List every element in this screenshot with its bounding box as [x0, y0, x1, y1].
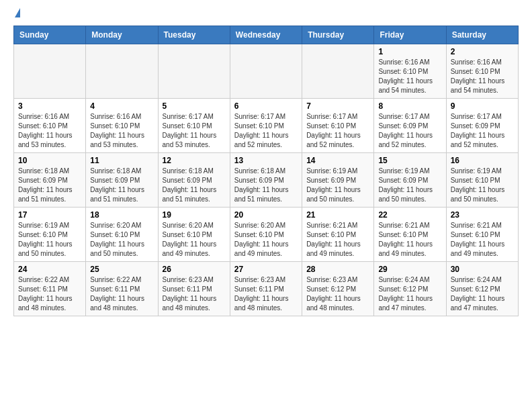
day-info: Sunrise: 6:19 AM Sunset: 6:10 PM Dayligh…	[451, 167, 514, 204]
day-info: Sunrise: 6:21 AM Sunset: 6:10 PM Dayligh…	[378, 221, 441, 259]
day-number: 30	[451, 265, 514, 274]
day-cell: 8Sunrise: 6:17 AM Sunset: 6:09 PM Daylig…	[374, 99, 446, 153]
day-cell: 28Sunrise: 6:23 AM Sunset: 6:12 PM Dayli…	[302, 262, 374, 316]
week-row-3: 17Sunrise: 6:19 AM Sunset: 6:10 PM Dayli…	[14, 208, 519, 262]
day-info: Sunrise: 6:21 AM Sunset: 6:10 PM Dayligh…	[451, 221, 514, 259]
day-cell: 7Sunrise: 6:17 AM Sunset: 6:10 PM Daylig…	[302, 99, 374, 153]
week-row-0: 1Sunrise: 6:16 AM Sunset: 6:10 PM Daylig…	[14, 44, 519, 99]
day-cell: 19Sunrise: 6:20 AM Sunset: 6:10 PM Dayli…	[158, 208, 230, 262]
day-cell	[86, 44, 158, 99]
day-cell	[158, 44, 230, 99]
day-cell: 10Sunrise: 6:18 AM Sunset: 6:09 PM Dayli…	[14, 153, 86, 208]
day-info: Sunrise: 6:18 AM Sunset: 6:09 PM Dayligh…	[163, 167, 226, 204]
day-number: 15	[378, 156, 441, 165]
day-info: Sunrise: 6:19 AM Sunset: 6:10 PM Dayligh…	[18, 221, 81, 259]
day-cell: 21Sunrise: 6:21 AM Sunset: 6:10 PM Dayli…	[302, 208, 374, 262]
day-cell: 27Sunrise: 6:23 AM Sunset: 6:11 PM Dayli…	[230, 262, 302, 316]
day-number: 29	[378, 265, 441, 274]
day-info: Sunrise: 6:23 AM Sunset: 6:12 PM Dayligh…	[306, 275, 369, 313]
day-info: Sunrise: 6:16 AM Sunset: 6:10 PM Dayligh…	[378, 58, 441, 95]
day-number: 6	[234, 101, 298, 111]
day-cell: 26Sunrise: 6:23 AM Sunset: 6:11 PM Dayli…	[158, 262, 230, 316]
day-info: Sunrise: 6:20 AM Sunset: 6:10 PM Dayligh…	[234, 221, 298, 259]
day-number: 28	[306, 265, 369, 274]
day-number: 23	[451, 210, 514, 220]
day-info: Sunrise: 6:20 AM Sunset: 6:10 PM Dayligh…	[90, 221, 153, 259]
day-info: Sunrise: 6:16 AM Sunset: 6:10 PM Dayligh…	[18, 112, 81, 150]
day-info: Sunrise: 6:24 AM Sunset: 6:12 PM Dayligh…	[378, 275, 441, 313]
week-row-2: 10Sunrise: 6:18 AM Sunset: 6:09 PM Dayli…	[14, 153, 519, 208]
day-info: Sunrise: 6:21 AM Sunset: 6:10 PM Dayligh…	[306, 221, 369, 259]
day-number: 10	[18, 156, 81, 165]
day-info: Sunrise: 6:17 AM Sunset: 6:09 PM Dayligh…	[451, 112, 514, 150]
day-info: Sunrise: 6:16 AM Sunset: 6:10 PM Dayligh…	[90, 112, 153, 150]
day-number: 3	[18, 101, 81, 111]
day-cell: 20Sunrise: 6:20 AM Sunset: 6:10 PM Dayli…	[230, 208, 302, 262]
day-number: 24	[18, 265, 81, 274]
day-cell: 9Sunrise: 6:17 AM Sunset: 6:09 PM Daylig…	[446, 99, 518, 153]
day-info: Sunrise: 6:24 AM Sunset: 6:12 PM Dayligh…	[451, 275, 514, 313]
day-info: Sunrise: 6:22 AM Sunset: 6:11 PM Dayligh…	[18, 275, 81, 313]
day-cell	[302, 44, 374, 99]
day-cell: 29Sunrise: 6:24 AM Sunset: 6:12 PM Dayli…	[374, 262, 446, 316]
day-cell: 13Sunrise: 6:18 AM Sunset: 6:09 PM Dayli…	[230, 153, 302, 208]
day-number: 22	[378, 210, 441, 220]
day-header-monday: Monday	[86, 26, 158, 44]
day-cell: 15Sunrise: 6:19 AM Sunset: 6:09 PM Dayli…	[374, 153, 446, 208]
day-number: 5	[163, 101, 226, 111]
week-row-4: 24Sunrise: 6:22 AM Sunset: 6:11 PM Dayli…	[14, 262, 519, 316]
day-cell: 16Sunrise: 6:19 AM Sunset: 6:10 PM Dayli…	[446, 153, 518, 208]
day-cell: 22Sunrise: 6:21 AM Sunset: 6:10 PM Dayli…	[374, 208, 446, 262]
day-header-friday: Friday	[374, 26, 446, 44]
day-number: 18	[90, 210, 153, 220]
day-info: Sunrise: 6:20 AM Sunset: 6:10 PM Dayligh…	[163, 221, 226, 259]
day-info: Sunrise: 6:18 AM Sunset: 6:09 PM Dayligh…	[18, 167, 81, 204]
day-number: 9	[451, 101, 514, 111]
day-header-saturday: Saturday	[446, 26, 518, 44]
day-number: 11	[90, 156, 153, 165]
day-cell: 2Sunrise: 6:16 AM Sunset: 6:10 PM Daylig…	[446, 44, 518, 99]
day-info: Sunrise: 6:19 AM Sunset: 6:09 PM Dayligh…	[378, 167, 441, 204]
day-header-sunday: Sunday	[14, 26, 86, 44]
day-number: 20	[234, 210, 298, 220]
calendar-table: SundayMondayTuesdayWednesdayThursdayFrid…	[13, 26, 519, 316]
day-number: 19	[163, 210, 226, 220]
day-number: 1	[378, 47, 441, 56]
day-number: 12	[163, 156, 226, 165]
day-info: Sunrise: 6:17 AM Sunset: 6:10 PM Dayligh…	[234, 112, 298, 150]
day-cell: 4Sunrise: 6:16 AM Sunset: 6:10 PM Daylig…	[86, 99, 158, 153]
day-cell: 23Sunrise: 6:21 AM Sunset: 6:10 PM Dayli…	[446, 208, 518, 262]
day-info: Sunrise: 6:18 AM Sunset: 6:09 PM Dayligh…	[90, 167, 153, 204]
page-container: SundayMondayTuesdayWednesdayThursdayFrid…	[0, 0, 532, 327]
day-cell: 17Sunrise: 6:19 AM Sunset: 6:10 PM Dayli…	[14, 208, 86, 262]
day-info: Sunrise: 6:17 AM Sunset: 6:10 PM Dayligh…	[306, 112, 369, 150]
logo	[13, 11, 20, 17]
day-number: 14	[306, 156, 369, 165]
day-cell: 25Sunrise: 6:22 AM Sunset: 6:11 PM Dayli…	[86, 262, 158, 316]
day-cell	[230, 44, 302, 99]
day-info: Sunrise: 6:16 AM Sunset: 6:10 PM Dayligh…	[451, 58, 514, 95]
day-number: 21	[306, 210, 369, 220]
day-cell: 5Sunrise: 6:17 AM Sunset: 6:10 PM Daylig…	[158, 99, 230, 153]
day-info: Sunrise: 6:18 AM Sunset: 6:09 PM Dayligh…	[234, 167, 298, 204]
day-info: Sunrise: 6:19 AM Sunset: 6:09 PM Dayligh…	[306, 167, 369, 204]
day-cell: 6Sunrise: 6:17 AM Sunset: 6:10 PM Daylig…	[230, 99, 302, 153]
day-number: 27	[234, 265, 298, 274]
day-cell: 30Sunrise: 6:24 AM Sunset: 6:12 PM Dayli…	[446, 262, 518, 316]
day-info: Sunrise: 6:17 AM Sunset: 6:10 PM Dayligh…	[163, 112, 226, 150]
day-header-tuesday: Tuesday	[158, 26, 230, 44]
day-cell	[14, 44, 86, 99]
day-info: Sunrise: 6:22 AM Sunset: 6:11 PM Dayligh…	[90, 275, 153, 313]
day-header-thursday: Thursday	[302, 26, 374, 44]
day-cell: 24Sunrise: 6:22 AM Sunset: 6:11 PM Dayli…	[14, 262, 86, 316]
day-header-wednesday: Wednesday	[230, 26, 302, 44]
logo-triangle-icon	[15, 8, 20, 17]
day-cell: 14Sunrise: 6:19 AM Sunset: 6:09 PM Dayli…	[302, 153, 374, 208]
day-number: 7	[306, 101, 369, 111]
day-cell: 3Sunrise: 6:16 AM Sunset: 6:10 PM Daylig…	[14, 99, 86, 153]
day-number: 13	[234, 156, 298, 165]
day-cell: 18Sunrise: 6:20 AM Sunset: 6:10 PM Dayli…	[86, 208, 158, 262]
day-number: 2	[451, 47, 514, 56]
day-cell: 1Sunrise: 6:16 AM Sunset: 6:10 PM Daylig…	[374, 44, 446, 99]
day-info: Sunrise: 6:23 AM Sunset: 6:11 PM Dayligh…	[163, 275, 226, 313]
